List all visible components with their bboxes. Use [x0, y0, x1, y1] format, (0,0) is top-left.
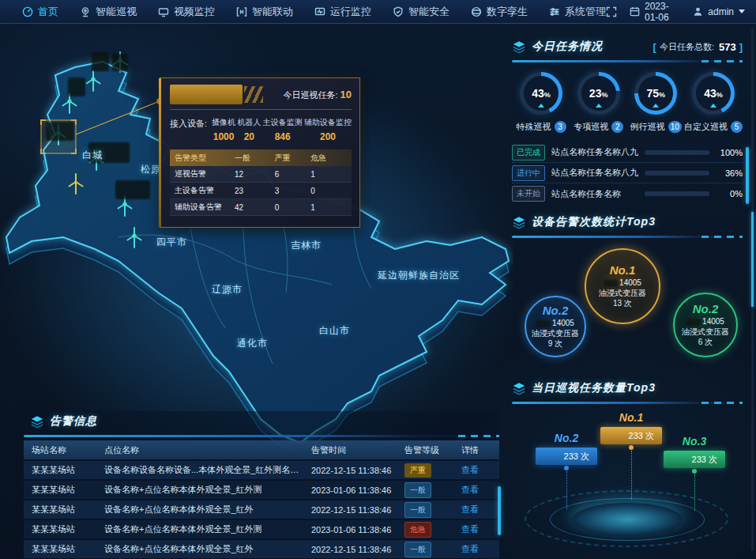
gauge-special: 43% 特殊巡视3	[513, 72, 569, 133]
progress-bar	[645, 171, 709, 176]
level-badge: 一般	[404, 502, 431, 518]
page-scroll-thumb[interactable]	[751, 212, 754, 307]
top-nav: 首页 智能巡视 视频监控 智能联动 运行监控 智能安全	[0, 0, 756, 24]
gauge-row: 43% 特殊巡视3 23% 专项巡视2 75% 例行巡视10 43% 自定义巡视…	[512, 72, 743, 133]
stem-dot	[692, 469, 697, 474]
podium-rank2-bar: 233 次	[536, 448, 597, 465]
nav-label: 智能巡视	[96, 5, 137, 19]
city-label: 吉林市	[291, 239, 322, 252]
table-row[interactable]: 某某某场站 设备名称+点位名称本体外观全景_红外测 2023-01-06 11:…	[24, 481, 499, 499]
tooltip-table-row: 辅助设备告警4201	[170, 199, 352, 216]
pointer-icon	[653, 104, 659, 108]
panel-underline	[24, 435, 499, 437]
gauge-custom: 43% 自定义巡视5	[686, 72, 741, 133]
alarm-table: 场站名称 点位名称 告警时间 告警等级 详情 某某某场站 设备名称设备名称设备.…	[24, 440, 499, 558]
nav-label: 数字孪生	[487, 5, 528, 19]
level-badge: 一般	[404, 482, 431, 498]
level-badge: 一般	[404, 542, 431, 557]
table-row[interactable]: 某某某场站 设备名称+点位名称本体外观全景_红外测 2023-01-06 11:…	[24, 520, 499, 538]
progress-row[interactable]: 已完成 站点名称任务名称八九九十十五... 100%	[512, 142, 743, 163]
nav-label: 系统管理	[565, 5, 606, 19]
panel-title: 告警信息	[50, 414, 97, 429]
dashboard-root: 首页 智能巡视 视频监控 智能联动 运行监控 智能安全	[0, 0, 756, 559]
tooltip-table-row: 主设备告警2330	[170, 183, 352, 199]
nav-items: 首页 智能巡视 视频监控 智能联动 运行监控 智能安全	[0, 5, 606, 19]
nav-label: 视频监控	[174, 5, 215, 19]
city-label: 四平市	[156, 236, 187, 249]
panel-underline	[512, 236, 743, 238]
pulse-screen-icon	[314, 6, 325, 17]
table-scrollbar[interactable]	[498, 486, 501, 535]
stem-dot	[564, 466, 569, 470]
fullscreen-icon[interactable]	[606, 6, 617, 17]
nav-item-smart-linkage[interactable]: 智能联动	[236, 5, 293, 19]
progress-bar	[645, 191, 709, 196]
progress-row[interactable]: 进行中 站点名称任务名称八九九十十五... 36%	[512, 163, 743, 183]
total-tasks: [ 今日任务总数:573 ]	[653, 41, 743, 53]
holo-platform	[523, 479, 732, 552]
progress-row[interactable]: 未开始 站点名称任务名称 0%	[512, 183, 743, 204]
progress-scrollbar[interactable]	[746, 147, 749, 204]
rank1-circle: No.1 14005 油浸式变压器 13 次	[585, 248, 660, 324]
chevron-down-icon	[739, 9, 745, 13]
view-detail-link[interactable]: 查看	[461, 524, 479, 534]
panel-underline	[512, 60, 743, 62]
table-row[interactable]: 某某某场站 设备名称设备名称设备...本体外观全景_红外测名称... 2022-…	[24, 461, 499, 479]
nav-item-run-monitor[interactable]: 运行监控	[314, 5, 371, 19]
nav-item-smart-security[interactable]: 智能安全	[393, 5, 449, 19]
device-stat: 机器人20	[237, 117, 261, 142]
stem-dot	[629, 445, 634, 450]
tooltip-header: 今日巡视任务:10	[170, 85, 352, 110]
alarm-table-header: 场站名称 点位名称 告警时间 告警等级 详情	[24, 440, 499, 459]
rank2-circle: No.2 14005 油浸式变压器 9 次	[525, 296, 586, 357]
date-picker[interactable]: 2023-01-06	[630, 1, 680, 23]
city-label: 白城	[82, 149, 103, 162]
layers-icon	[512, 40, 526, 54]
censored-label	[112, 54, 128, 71]
rank3-circle: No.2 14005 油浸式变压器 6 次	[673, 293, 738, 357]
level-badge: 严重	[404, 463, 431, 478]
view-detail-link[interactable]: 查看	[461, 465, 479, 474]
user-name: admin	[708, 6, 734, 17]
podium-rank1-bar: 233 次	[600, 427, 662, 444]
table-row[interactable]: 某某某场站 设备名称+点位名称本体外观全景_红外 2022-12-15 11:3…	[24, 500, 499, 519]
nav-item-smart-patrol[interactable]: 智能巡视	[80, 5, 137, 19]
censored-label	[68, 77, 85, 96]
tooltip-table-row: 巡视告警1261	[170, 166, 352, 183]
city-label: 通化市	[237, 337, 268, 350]
user-menu[interactable]: admin	[693, 6, 745, 17]
view-detail-link[interactable]: 查看	[461, 485, 479, 494]
nav-item-video-monitor[interactable]: 视频监控	[158, 5, 215, 19]
linkage-icon	[236, 6, 247, 17]
nav-item-system-manage[interactable]: 系统管理	[549, 5, 606, 19]
layers-icon	[30, 415, 44, 429]
view-detail-link[interactable]: 查看	[461, 544, 479, 553]
nav-item-home[interactable]: 首页	[22, 5, 58, 19]
gauge-routine: 75% 例行巡视10	[628, 72, 683, 133]
podium-rank2-label: No.2	[536, 432, 597, 444]
censored-label	[115, 180, 150, 199]
task-name: 站点名称任务名称八九九十十五...	[551, 167, 638, 179]
count-badge: 3	[555, 121, 566, 133]
nav-item-digital-twin[interactable]: 数字孪生	[471, 5, 528, 19]
panel-patrol-top3: 当日巡视任务数量Top3 No.1 233 次 No.2 233 次 No.3 …	[512, 378, 743, 559]
layers-icon	[512, 382, 526, 395]
task-name: 站点名称任务名称八九九十十五...	[551, 146, 638, 158]
city-label: 白山市	[319, 324, 350, 338]
shield-icon	[393, 6, 404, 17]
task-name: 站点名称任务名称	[551, 188, 638, 200]
nav-label: 运行监控	[330, 5, 371, 19]
pointer-icon	[596, 104, 602, 108]
tooltip-alarm-table: 告警类型一般严重危急 巡视告警1261 主设备告警2330 辅助设备告警4201	[170, 149, 352, 216]
table-row[interactable]: 某某某场站 设备名称+点位名称本体外观全景_红外 2022-12-15 11:3…	[24, 540, 499, 558]
view-detail-link[interactable]: 查看	[461, 504, 479, 514]
task-progress-list: 已完成 站点名称任务名称八九九十十五... 100% 进行中 站点名称任务名称八…	[512, 142, 743, 204]
webcam-icon	[80, 6, 91, 17]
censored-prefix	[536, 320, 551, 327]
level-badge: 危急	[404, 522, 431, 538]
panel-title: 当日巡视任务数量Top3	[532, 381, 656, 395]
monitor-icon	[158, 6, 169, 17]
pointer-icon	[538, 104, 544, 108]
date-value: 2023-01-06	[645, 1, 680, 23]
podium-rank3-bar: 233 次	[664, 451, 725, 468]
